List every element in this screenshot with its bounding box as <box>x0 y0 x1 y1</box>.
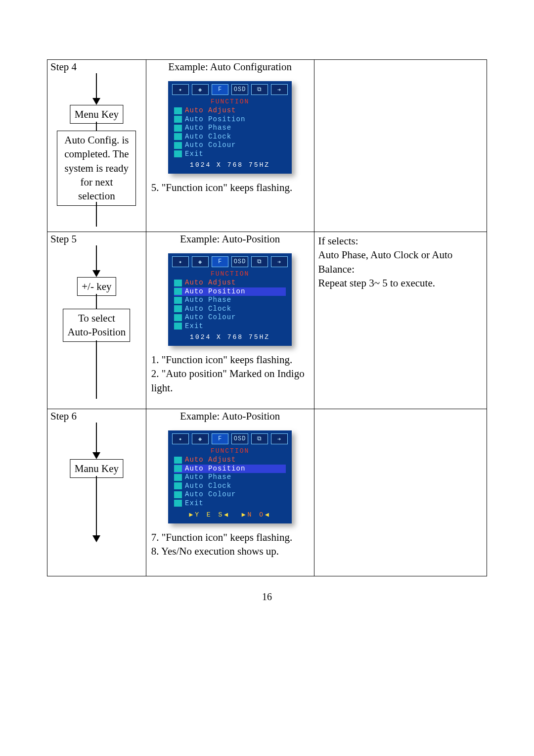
osd-item: Exit <box>174 499 286 508</box>
osd-item-label: Auto Colour <box>185 313 236 322</box>
osd-item: Auto Position <box>174 287 286 296</box>
osd-tab-icon: OSD <box>231 433 248 444</box>
flow-diagram: Manu Key <box>49 423 144 571</box>
osd-item-icon <box>174 305 182 312</box>
page: Step 4 Menu Key Auto Config. is complete… <box>47 59 487 603</box>
osd-tab-icon: ⧉ <box>251 84 268 95</box>
osd-item-label: Exit <box>185 499 204 508</box>
flow-box: Auto Config. is completed. The system is… <box>57 131 136 206</box>
osd-tab-icon: ◈ <box>192 433 209 444</box>
osd-item-label: Auto Clock <box>185 133 231 142</box>
osd-item-icon <box>174 457 182 464</box>
osd-item-icon <box>174 280 182 286</box>
osd-item-icon <box>174 297 182 304</box>
osd-panel: ✦ ◈ F OSD ⧉ ➔ FUNCTION Auto AdjustAuto P… <box>168 430 292 523</box>
osd-section-title: FUNCTION <box>171 446 289 456</box>
flow-box: Manu Key <box>70 459 123 478</box>
example-title: Example: Auto-Position <box>148 410 312 427</box>
osd-yesno: ▶Y E S◀ ▶N O◀ <box>171 508 289 519</box>
step-label: Step 5 <box>49 233 144 245</box>
osd-tab-icon: F <box>212 84 228 95</box>
osd-item-label: Auto Phase <box>185 296 231 305</box>
step-label: Step 6 <box>49 410 144 423</box>
instruction-table: Step 4 Menu Key Auto Config. is complete… <box>47 59 487 576</box>
osd-item-icon <box>174 107 182 114</box>
example-notes: 5. "Function icon" keeps flashing. <box>148 181 312 194</box>
osd-tab-icon: ⧉ <box>251 256 268 267</box>
osd-item: Auto Phase <box>174 124 286 133</box>
osd-panel: ✦ ◈ F OSD ⧉ ➔ FUNCTION Auto AdjustAuto P… <box>168 253 292 346</box>
osd-item-icon <box>174 482 182 489</box>
osd-item: Exit <box>174 150 286 159</box>
osd-items: Auto AdjustAuto PositionAuto PhaseAuto C… <box>171 279 289 331</box>
osd-item: Auto Adjust <box>174 456 286 465</box>
table-row: Step 4 Menu Key Auto Config. is complete… <box>47 60 487 232</box>
osd-item: Auto Position <box>174 465 286 473</box>
osd-item: Auto Position <box>174 115 286 124</box>
osd-item-icon <box>174 314 182 321</box>
osd-item-icon <box>174 116 182 123</box>
example-title: Example: Auto Configuration <box>148 61 312 78</box>
osd-item-icon <box>174 500 182 507</box>
osd-item-label: Auto Phase <box>185 124 231 133</box>
osd-panel: ✦ ◈ F OSD ⧉ ➔ FUNCTION Auto AdjustAuto P… <box>168 81 292 174</box>
osd-item-label: Auto Colour <box>185 141 236 150</box>
osd-item: Auto Colour <box>174 141 286 150</box>
osd-item-label: Auto Clock <box>185 482 231 491</box>
osd-section-title: FUNCTION <box>171 269 289 279</box>
osd-item-label: Auto Phase <box>185 473 231 482</box>
table-row: Step 6 Manu Key Example: Auto-Position ✦… <box>47 409 487 576</box>
osd-tab-icon: ✦ <box>172 84 189 95</box>
osd-item-icon <box>174 133 182 140</box>
osd-item: Auto Clock <box>174 305 286 314</box>
osd-item-label: Auto Colour <box>185 490 236 499</box>
osd-tabs: ✦ ◈ F OSD ⧉ ➔ <box>171 256 289 269</box>
osd-item-icon <box>174 142 182 149</box>
osd-item-label: Auto Adjust <box>185 456 236 465</box>
osd-item: Auto Colour <box>174 313 286 322</box>
osd-item: Auto Adjust <box>174 106 286 115</box>
osd-tab-icon: ◈ <box>192 256 209 267</box>
osd-item-icon <box>174 465 182 472</box>
flow-box: +/- key <box>77 277 116 296</box>
example-notes: 7. "Function icon" keeps flashing.8. Yes… <box>148 530 312 559</box>
osd-item: Auto Phase <box>174 296 286 305</box>
osd-item: Auto Clock <box>174 482 286 491</box>
step-label: Step 4 <box>49 61 144 73</box>
page-number: 16 <box>47 576 487 603</box>
table-row: Step 5 +/- key To selectAuto-Position Ex… <box>47 232 487 409</box>
flow-diagram: +/- key To selectAuto-Position <box>49 245 144 404</box>
osd-item-icon <box>174 150 182 157</box>
osd-tabs: ✦ ◈ F OSD ⧉ ➔ <box>171 84 289 97</box>
osd-item-label: Auto Position <box>185 115 245 124</box>
osd-tab-icon: OSD <box>231 84 248 95</box>
flow-box: To selectAuto-Position <box>63 309 130 342</box>
osd-item-icon <box>174 323 182 330</box>
osd-tab-icon: F <box>212 433 228 444</box>
example-notes: 1. "Function icon" keeps flashing.2. "Au… <box>148 353 312 395</box>
osd-item-label: Auto Position <box>185 287 245 296</box>
osd-items: Auto AdjustAuto PositionAuto PhaseAuto C… <box>171 456 289 508</box>
osd-tab-icon: F <box>212 256 228 267</box>
osd-item: Auto Clock <box>174 133 286 142</box>
osd-status: 1024 X 768 75HZ <box>171 158 289 169</box>
osd-item-icon <box>174 491 182 498</box>
osd-tabs: ✦ ◈ F OSD ⧉ ➔ <box>171 433 289 446</box>
right-note: If selects: Auto Phase, Auto Clock or Au… <box>316 233 485 291</box>
osd-item-label: Exit <box>185 150 204 159</box>
osd-item-label: Auto Position <box>185 465 245 473</box>
osd-tab-icon: ➔ <box>271 433 288 444</box>
osd-item-icon <box>174 288 182 295</box>
osd-item-label: Auto Adjust <box>185 279 236 287</box>
flow-diagram: Menu Key Auto Config. is completed. The … <box>49 73 144 227</box>
osd-item-icon <box>174 474 182 481</box>
osd-item: Auto Adjust <box>174 279 286 287</box>
osd-item-icon <box>174 125 182 132</box>
osd-tab-icon: OSD <box>231 256 248 267</box>
osd-item: Auto Phase <box>174 473 286 482</box>
osd-tab-icon: ◈ <box>192 84 209 95</box>
flow-box: Menu Key <box>70 105 123 124</box>
osd-tab-icon: ⧉ <box>251 433 268 444</box>
osd-tab-icon: ➔ <box>271 84 288 95</box>
osd-items: Auto AdjustAuto PositionAuto PhaseAuto C… <box>171 106 289 158</box>
